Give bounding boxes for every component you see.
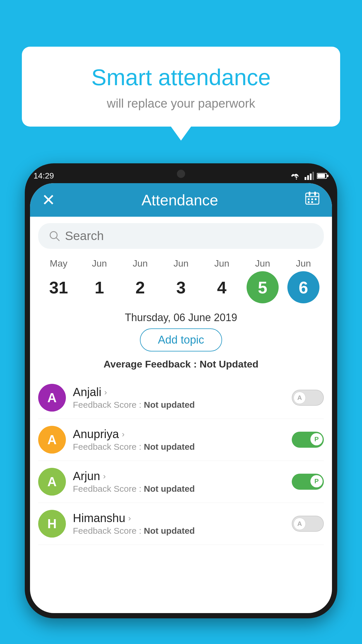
attendance-toggle[interactable]: A <box>292 390 324 406</box>
chevron-icon: › <box>104 388 107 397</box>
chevron-icon: › <box>122 430 124 439</box>
calendar-day[interactable]: Jun1 <box>80 258 118 303</box>
cal-month-label: May <box>50 258 67 269</box>
phone-screen: ✕ Attendance <box>30 183 332 613</box>
svg-rect-0 <box>305 177 306 180</box>
svg-rect-14 <box>308 201 310 203</box>
student-item[interactable]: AArjun ›Feedback Score : Not updatedP <box>38 461 324 503</box>
speech-bubble: Smart attendance will replace your paper… <box>22 47 340 127</box>
calendar-day[interactable]: Jun3 <box>162 258 200 303</box>
bubble-subtitle: will replace your paperwork <box>36 97 326 111</box>
toggle-knob: A <box>294 518 306 530</box>
student-item[interactable]: AAnupriya ›Feedback Score : Not updatedP <box>38 419 324 461</box>
attendance-toggle[interactable]: P <box>292 432 324 448</box>
calendar-strip: May31Jun1Jun2Jun3Jun4Jun5Jun6 <box>30 255 332 303</box>
calendar-day[interactable]: Jun5 <box>244 258 282 303</box>
student-info: Anjali ›Feedback Score : Not updated <box>73 386 292 410</box>
speech-bubble-container: Smart attendance will replace your paper… <box>22 47 340 127</box>
chevron-icon: › <box>128 514 131 523</box>
student-name: Himanshu › <box>73 512 292 525</box>
svg-rect-13 <box>315 198 317 200</box>
avg-feedback-label: Average Feedback : <box>103 358 199 370</box>
cal-month-label: Jun <box>296 258 311 269</box>
battery-icon <box>317 173 328 179</box>
add-topic-button[interactable]: Add topic <box>140 328 222 351</box>
feedback-score: Feedback Score : Not updated <box>73 526 292 536</box>
student-info: Anupriya ›Feedback Score : Not updated <box>73 428 292 452</box>
feedback-score: Feedback Score : Not updated <box>73 400 292 410</box>
phone-frame: 14:29 <box>25 163 337 618</box>
student-avatar: H <box>38 510 66 538</box>
student-name: Anjali › <box>73 386 292 399</box>
student-info: Arjun ›Feedback Score : Not updated <box>73 470 292 494</box>
wifi-icon <box>291 172 302 180</box>
svg-rect-3 <box>312 172 314 180</box>
average-feedback: Average Feedback : Not Updated <box>30 358 332 370</box>
student-avatar: A <box>38 468 66 496</box>
search-icon <box>49 230 60 242</box>
cal-month-label: Jun <box>92 258 107 269</box>
student-list: AAnjali ›Feedback Score : Not updatedAAA… <box>30 377 332 545</box>
calendar-day[interactable]: Jun4 <box>203 258 241 303</box>
status-icons <box>291 172 328 180</box>
svg-rect-2 <box>310 174 312 180</box>
svg-line-17 <box>56 238 59 241</box>
toggle-knob: A <box>294 392 306 404</box>
toggle-knob: P <box>310 433 323 445</box>
student-name: Anupriya › <box>73 428 292 441</box>
chevron-icon: › <box>103 472 106 481</box>
cal-month-label: Jun <box>214 258 229 269</box>
svg-rect-6 <box>327 175 328 177</box>
phone-notch <box>165 169 197 179</box>
svg-rect-12 <box>311 198 313 200</box>
toggle-knob: P <box>310 475 323 487</box>
cal-month-label: Jun <box>133 258 148 269</box>
camera <box>177 170 185 178</box>
student-info: Himanshu ›Feedback Score : Not updated <box>73 512 292 536</box>
student-avatar: A <box>38 426 66 454</box>
attendance-toggle[interactable]: A <box>292 516 324 532</box>
cal-date-number: 2 <box>124 271 156 303</box>
search-input[interactable] <box>65 229 313 243</box>
search-bar[interactable] <box>38 223 324 249</box>
svg-rect-5 <box>317 174 325 178</box>
svg-rect-9 <box>309 192 310 196</box>
signal-icon <box>305 172 314 180</box>
svg-rect-11 <box>308 198 310 200</box>
cal-date-number: 1 <box>83 271 115 303</box>
student-item[interactable]: HHimanshu ›Feedback Score : Not updatedA <box>38 503 324 545</box>
cal-month-label: Jun <box>173 258 189 269</box>
header-title: Attendance <box>141 191 218 209</box>
calendar-day[interactable]: Jun6 <box>284 258 322 303</box>
close-button[interactable]: ✕ <box>42 190 55 209</box>
cal-date-number: 3 <box>165 271 197 303</box>
status-time: 14:29 <box>34 171 54 181</box>
feedback-score: Feedback Score : Not updated <box>73 442 292 452</box>
student-item[interactable]: AAnjali ›Feedback Score : Not updatedA <box>38 377 324 419</box>
svg-rect-10 <box>314 192 316 196</box>
selected-date-label: Thursday, 06 June 2019 <box>30 312 332 324</box>
calendar-day[interactable]: Jun2 <box>121 258 159 303</box>
svg-rect-1 <box>307 175 309 180</box>
app-header: ✕ Attendance <box>30 183 332 217</box>
cal-date-number: 4 <box>206 271 238 303</box>
attendance-toggle[interactable]: P <box>292 474 324 490</box>
cal-date-number: 31 <box>43 271 75 303</box>
student-name: Arjun › <box>73 470 292 483</box>
calendar-icon[interactable] <box>304 190 320 210</box>
feedback-score: Feedback Score : Not updated <box>73 484 292 494</box>
student-avatar: A <box>38 384 66 412</box>
avg-feedback-value: Not Updated <box>200 358 259 370</box>
svg-rect-15 <box>311 201 313 203</box>
cal-date-number: 6 <box>287 271 319 303</box>
cal-month-label: Jun <box>255 258 270 269</box>
phone-container: 14:29 <box>25 163 337 644</box>
bubble-title: Smart attendance <box>36 64 326 91</box>
calendar-day[interactable]: May31 <box>40 258 78 303</box>
cal-date-number: 5 <box>247 271 279 303</box>
